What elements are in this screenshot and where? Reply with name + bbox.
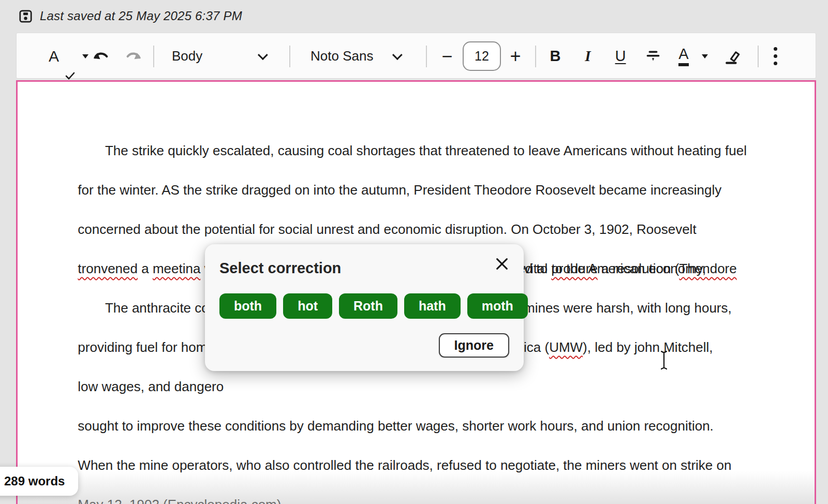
- ignore-button[interactable]: Ignore: [439, 333, 509, 358]
- toolbar-divider: [289, 46, 290, 67]
- overflow-menu-button[interactable]: [762, 33, 789, 79]
- formatting-toolbar: A Body Noto Sans − 12 +: [16, 33, 816, 79]
- line-text: mines were harsh, with long hours,: [524, 288, 732, 328]
- toolbar-divider: [535, 46, 536, 67]
- font-size-input[interactable]: 12: [463, 41, 501, 71]
- check-icon: [65, 72, 76, 80]
- close-icon: [495, 257, 509, 271]
- underline-button[interactable]: U: [607, 33, 634, 79]
- doc-line-4: tronvened a meetina with representatives…: [18, 210, 815, 249]
- word-count-badge: 289 words: [0, 467, 78, 496]
- paragraph-style-value: Body: [172, 48, 202, 64]
- suggestion-button-both[interactable]: both: [219, 293, 276, 319]
- line-text-fragment: ica (UMW), led by john Mitchell,: [524, 328, 713, 367]
- toolbar-divider: [153, 46, 154, 67]
- popup-title: Select correction: [219, 260, 341, 277]
- doc-line-1: The strike quickly escalated, causing co…: [18, 92, 815, 131]
- highlighter-icon: [723, 48, 742, 65]
- font-color-icon: A: [678, 47, 688, 66]
- caret-down-icon: [702, 54, 708, 58]
- suggestions-row: both hot Roth hath moth: [219, 293, 528, 319]
- redo-button[interactable]: [119, 33, 148, 79]
- save-icon: [19, 9, 33, 23]
- chevron-down-icon: [392, 50, 403, 60]
- highlight-button[interactable]: [716, 33, 748, 79]
- strikethrough-button[interactable]: [639, 33, 667, 79]
- suggestion-button-hot[interactable]: hot: [283, 293, 332, 319]
- line-text: ), led by john Mitchell,: [583, 339, 713, 355]
- kebab-menu-icon: [774, 47, 777, 65]
- suggestion-button-roth[interactable]: Roth: [339, 293, 397, 319]
- bold-icon: B: [550, 48, 561, 65]
- spellcheck-icon: A: [49, 48, 59, 65]
- font-color-button[interactable]: A: [671, 33, 697, 79]
- doc-line-2: for the winter. AS the strike dragged on…: [18, 131, 815, 170]
- paragraph-style-dropdown[interactable]: Body: [159, 33, 277, 79]
- last-saved-text: Last saved at 25 May 2025 6:37 PM: [40, 9, 242, 23]
- line-text: vital to the American economy,: [524, 249, 706, 288]
- line-text: ica (: [524, 339, 549, 355]
- chevron-down-icon: [258, 50, 268, 60]
- font-family-dropdown[interactable]: Noto Sans: [296, 33, 414, 79]
- doc-line-8: sought to improve these conditions by de…: [18, 367, 815, 406]
- toolbar-divider: [426, 46, 427, 67]
- font-family-value: Noto Sans: [310, 48, 373, 64]
- minus-icon: −: [441, 47, 452, 66]
- suggestion-button-hath[interactable]: hath: [404, 293, 461, 319]
- bold-button[interactable]: B: [541, 33, 569, 79]
- italic-button[interactable]: I: [574, 33, 602, 79]
- doc-line-9: When the mine operators, who also contro…: [18, 406, 815, 446]
- doc-line-3: concerned about the potential for social…: [18, 170, 815, 210]
- font-color-caret[interactable]: [698, 33, 712, 79]
- redo-icon: [124, 49, 143, 64]
- undo-button[interactable]: [86, 33, 115, 79]
- italic-icon: I: [585, 48, 590, 65]
- line-text: May 12, 1902 (Encyclopedia.com).: [78, 497, 285, 504]
- suggestion-button-moth[interactable]: moth: [467, 293, 528, 319]
- decrease-font-size-button[interactable]: −: [435, 33, 460, 79]
- increase-font-size-button[interactable]: +: [503, 33, 528, 79]
- font-size-field-wrap: 12: [462, 33, 501, 79]
- close-button[interactable]: [493, 255, 511, 273]
- status-bar: Last saved at 25 May 2025 6:37 PM: [0, 0, 828, 32]
- select-correction-popup: Select correction both hot Roth hath mot…: [205, 244, 524, 371]
- undo-icon: [92, 49, 110, 64]
- misspelled-word[interactable]: UMW: [549, 339, 583, 355]
- doc-line-10: May 12, 1902 (Encyclopedia.com).: [18, 446, 815, 485]
- plus-icon: +: [510, 47, 521, 66]
- underline-icon: U: [615, 48, 626, 65]
- strikethrough-icon: [645, 48, 661, 65]
- toolbar-divider: [758, 46, 759, 67]
- spellcheck-button[interactable]: A: [38, 33, 69, 79]
